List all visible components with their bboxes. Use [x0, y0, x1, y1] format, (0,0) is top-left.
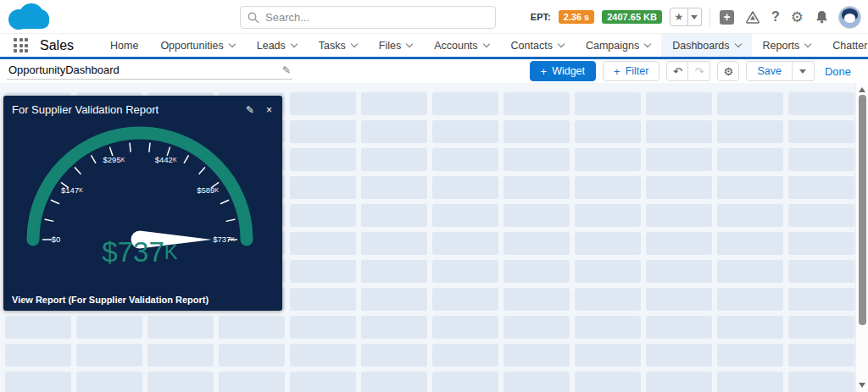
tab-label: Files — [379, 40, 401, 52]
chevron-down-icon — [644, 41, 651, 47]
svg-text:$589K: $589K — [197, 185, 219, 194]
tab-home[interactable]: Home — [99, 34, 149, 57]
add-filter-button[interactable]: + Filter — [603, 61, 659, 81]
setup-button[interactable]: ⚙ — [789, 8, 805, 26]
grid-cell — [432, 176, 498, 199]
scroll-up-arrow[interactable] — [859, 87, 865, 92]
grid-cell — [147, 372, 214, 392]
scroll-down-arrow[interactable] — [859, 383, 865, 388]
vertical-scrollbar[interactable] — [855, 83, 868, 392]
grid-cell — [646, 372, 712, 392]
favorites-menu-button[interactable] — [688, 8, 702, 26]
done-button[interactable]: Done — [821, 61, 854, 81]
scrollbar-thumb[interactable] — [859, 95, 866, 325]
grid-cell — [788, 260, 854, 283]
gauge-widget[interactable]: For Supplier Validation Report ✎ × $0$14… — [3, 96, 282, 311]
edit-name-pencil-icon[interactable]: ✎ — [282, 64, 291, 76]
grid-cell — [788, 148, 854, 171]
favorite-star-button[interactable]: ★ — [670, 8, 688, 26]
grid-cell — [504, 120, 570, 143]
grid-cell — [504, 204, 570, 227]
grid-cell — [290, 344, 356, 367]
grid-cell — [432, 204, 498, 227]
header-actions: EPT: 2.36 s 2407.65 KB ★ + ? ⚙ — [531, 0, 861, 34]
grid-cell — [432, 260, 498, 283]
guidance-icon — [745, 10, 760, 25]
add-filter-label: Filter — [626, 65, 649, 77]
grid-cell — [788, 92, 854, 115]
chevron-down-icon — [691, 15, 698, 19]
grid-cell — [361, 148, 427, 171]
redo-button[interactable]: ↷ — [688, 61, 710, 81]
tab-label: Leads — [257, 40, 286, 52]
tab-chatter[interactable]: Chatter — [821, 34, 868, 57]
gauge-chart: $0$147K$295K$442K$589K$737K$737K — [3, 123, 282, 288]
grid-cell — [646, 288, 712, 311]
grid-cell — [575, 176, 641, 199]
tab-dashboards[interactable]: Dashboards — [661, 34, 751, 57]
guidance-center-button[interactable] — [743, 10, 762, 25]
plus-icon: + — [720, 10, 734, 25]
grid-cell — [361, 204, 427, 227]
grid-cell — [717, 232, 783, 255]
undo-button[interactable]: ↶ — [666, 61, 688, 81]
add-widget-label: Widget — [552, 65, 585, 77]
widget-close-icon[interactable]: × — [266, 104, 272, 116]
grid-cell — [361, 288, 427, 311]
grid-cell — [432, 148, 498, 171]
grid-cell — [788, 176, 854, 199]
widget-title: For Supplier Validation Report — [12, 103, 159, 116]
save-menu-button[interactable] — [793, 61, 815, 81]
app-launcher-icon[interactable] — [14, 38, 28, 52]
widget-edit-pencil-icon[interactable]: ✎ — [246, 104, 254, 116]
add-widget-button[interactable]: + Widget — [530, 61, 597, 81]
grid-cell — [290, 232, 356, 255]
grid-cell — [5, 316, 71, 339]
grid-cell — [290, 316, 356, 339]
grid-cell — [788, 344, 854, 367]
tab-accounts[interactable]: Accounts — [423, 34, 499, 57]
app-navigation-bar: Sales HomeOpportunitiesLeadsTasksFilesAc… — [0, 34, 868, 59]
global-actions-button[interactable]: + — [718, 10, 736, 25]
tab-opportunities[interactable]: Opportunities — [149, 34, 245, 57]
user-avatar[interactable] — [838, 6, 861, 29]
grid-cell — [575, 232, 641, 255]
grid-cell — [646, 260, 712, 283]
tab-campaigns[interactable]: Campaigns — [575, 34, 661, 57]
grid-cell — [219, 316, 285, 339]
tab-label: Tasks — [319, 40, 346, 52]
grid-cell — [788, 316, 854, 339]
dashboard-properties-button[interactable]: ⚙ — [717, 61, 739, 81]
grid-cell — [432, 232, 498, 255]
grid-cell — [147, 344, 214, 367]
tab-files[interactable]: Files — [368, 34, 423, 57]
grid-cell — [504, 92, 570, 115]
grid-cell — [788, 372, 854, 392]
tab-leads[interactable]: Leads — [246, 34, 308, 57]
grid-cell — [504, 288, 570, 311]
save-button[interactable]: Save — [746, 61, 793, 81]
grid-cell — [717, 92, 783, 115]
dashboard-name: OpportunityDashboard — [8, 63, 120, 76]
dashboard-name-field[interactable]: OpportunityDashboard ✎ — [7, 63, 292, 80]
app-name: Sales — [40, 38, 74, 53]
chevron-down-icon — [734, 41, 741, 47]
svg-text:$737K: $737K — [213, 235, 235, 244]
tab-tasks[interactable]: Tasks — [308, 34, 368, 57]
grid-cell — [5, 372, 71, 392]
help-button[interactable]: ? — [770, 9, 782, 25]
view-report-link[interactable]: View Report (For Supplier Validation Rep… — [12, 295, 209, 305]
svg-text:$295K: $295K — [103, 154, 125, 163]
global-search-box[interactable] — [240, 6, 496, 29]
tab-contacts[interactable]: Contacts — [500, 34, 575, 57]
search-input[interactable] — [265, 11, 488, 24]
salesforce-logo[interactable] — [8, 3, 51, 30]
grid-cell — [646, 148, 712, 171]
grid-cell — [290, 148, 356, 171]
grid-cell — [76, 372, 142, 392]
notifications-button[interactable] — [813, 10, 831, 24]
search-icon — [248, 12, 259, 24]
tab-label: Contacts — [511, 40, 553, 52]
grid-cell — [504, 176, 570, 199]
tab-reports[interactable]: Reports — [752, 34, 822, 57]
